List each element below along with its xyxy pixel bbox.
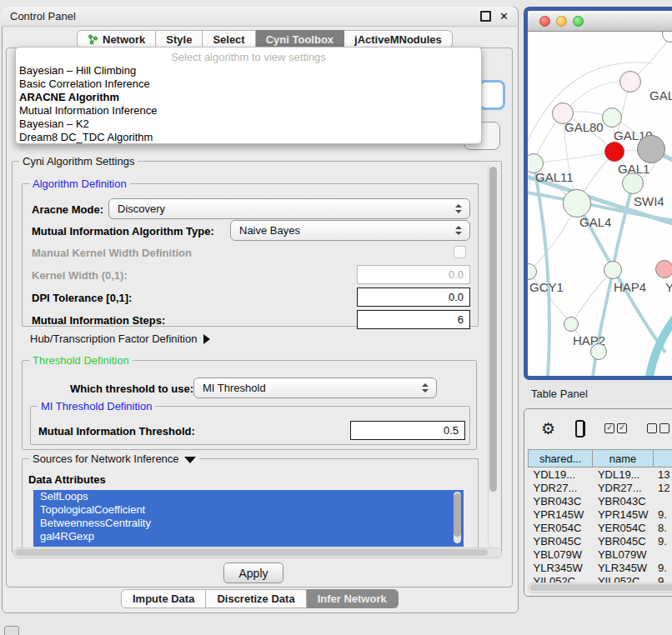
- table-horizontal-scrollbar[interactable]: [528, 582, 672, 593]
- zoom-window-icon[interactable]: [573, 16, 584, 27]
- control-panel-titlebar: Control Panel ✕: [2, 7, 517, 27]
- data-attributes-listbox: SelfLoops TopologicalCoefficient Between…: [33, 490, 464, 547]
- algorithm-dropdown-popup: Select algorithm to view settings Bayesi…: [15, 47, 482, 144]
- column-header-shared[interactable]: shared...: [529, 450, 593, 468]
- mi-threshold-field[interactable]: 0.5: [350, 421, 465, 440]
- hub-definition-label: Hub/Transcription Factor Definition: [30, 332, 197, 345]
- attribute-item[interactable]: SelfLoops: [33, 490, 464, 503]
- kernel-width-field[interactable]: 0.0: [357, 265, 470, 284]
- close-panel-icon[interactable]: ✕: [499, 12, 509, 21]
- table-horizontal-scrollbar-thumb[interactable]: [530, 584, 672, 591]
- tab-impute-data[interactable]: Impute Data: [121, 589, 206, 608]
- tab-discretize-data[interactable]: Discretize Data: [206, 589, 306, 608]
- apply-button-label: Apply: [238, 567, 268, 580]
- network-node-gal4[interactable]: [563, 189, 591, 218]
- threshold-definition-title: Threshold Definition: [29, 354, 133, 367]
- network-node-gray[interactable]: [637, 135, 665, 163]
- network-canvas[interactable]: GAL GAL80 GAL10 GAL1 GAL11 SWI4 GAL4 GCY…: [528, 32, 672, 377]
- settings-horizontal-scrollbar-thumb[interactable]: [16, 549, 488, 556]
- mi-steps-value: 6: [458, 313, 464, 326]
- network-node-hap2[interactable]: [564, 317, 579, 332]
- tab-discretize-data-label: Discretize Data: [217, 592, 294, 605]
- close-window-icon[interactable]: [539, 16, 550, 27]
- node-label: GAL4: [579, 215, 611, 229]
- table-panel-toolbar: ⚙ ✓✓: [524, 409, 672, 448]
- table-row[interactable]: YDR27...YDR27...12: [529, 481, 672, 494]
- columns-icon[interactable]: [575, 420, 584, 438]
- select-all-checkboxes-icon[interactable]: ✓✓: [604, 423, 627, 433]
- collapsed-panel-icon[interactable]: [4, 626, 19, 635]
- screenshot-root: Control Panel ✕ Network Style Select: [0, 0, 672, 635]
- kernel-width-label: Kernel Width (0,1):: [32, 269, 128, 282]
- network-node-gal2[interactable]: [619, 71, 641, 92]
- algorithm-option[interactable]: Basic Correlation Inference: [16, 78, 481, 91]
- table-row[interactable]: YBL079WYBL079W: [529, 548, 672, 561]
- aracne-mode-combobox[interactable]: Discovery: [108, 198, 470, 219]
- attribute-item[interactable]: TopologicalCoefficient: [33, 503, 464, 517]
- minimize-window-icon[interactable]: [556, 16, 567, 27]
- table-row[interactable]: YBR043CYBR043C: [529, 494, 672, 508]
- table-header-row: shared... name: [529, 450, 672, 468]
- which-threshold-combobox[interactable]: MI Threshold: [193, 378, 437, 398]
- manual-kernel-checkbox[interactable]: [454, 246, 466, 258]
- tab-style-label: Style: [166, 33, 192, 46]
- settings-vertical-scrollbar-thumb[interactable]: [489, 167, 497, 492]
- expand-arrow-icon: [203, 334, 210, 344]
- table-panel-window: ⚙ ✓✓ shared... name YDL19...YDL19...13 Y…: [524, 408, 672, 597]
- network-node-hap4[interactable]: [604, 261, 622, 279]
- table-row[interactable]: YLR345WYLR345W9.: [529, 561, 672, 574]
- settings-horizontal-scrollbar[interactable]: [13, 548, 502, 558]
- algorithm-option[interactable]: Bayesian – Hill Climbing: [16, 64, 481, 78]
- node-label: Y: [665, 280, 672, 294]
- combo-spinner-icon: [422, 383, 429, 392]
- mi-steps-label: Mutual Information Steps:: [32, 314, 165, 327]
- column-header-name[interactable]: name: [593, 450, 653, 468]
- cyni-algorithm-settings-title: Cyni Algorithm Settings: [19, 155, 138, 168]
- node-label: GAL: [649, 88, 672, 102]
- tab-impute-data-label: Impute Data: [133, 592, 194, 605]
- float-window-icon[interactable]: [480, 11, 491, 22]
- mi-threshold-group-title: MI Threshold Definition: [38, 400, 155, 412]
- settings-vertical-scrollbar[interactable]: [488, 163, 499, 547]
- listbox-scrollbar[interactable]: [454, 492, 461, 543]
- deselect-all-checkboxes-icon[interactable]: [647, 423, 669, 433]
- table-row[interactable]: YDL19...YDL19...13: [529, 468, 672, 482]
- algorithm-option[interactable]: Bayesian – K2: [16, 118, 481, 131]
- mi-threshold-label: Mutual Information Threshold:: [38, 425, 195, 438]
- tab-cyni-toolbox-label: Cyni Toolbox: [266, 33, 333, 46]
- tab-cyni-toolbox[interactable]: Cyni Toolbox: [256, 30, 344, 48]
- network-node[interactable]: [590, 343, 607, 360]
- attribute-item[interactable]: gal4RGexp: [33, 530, 464, 543]
- network-node-gal1[interactable]: [604, 142, 624, 162]
- algorithm-option[interactable]: Mutual Information Inference: [16, 104, 481, 118]
- table-row[interactable]: YPR145WYPR145W9.: [529, 508, 672, 521]
- tab-network[interactable]: Network: [77, 30, 156, 48]
- tab-infer-network[interactable]: Infer Network: [307, 589, 399, 608]
- node-label: GAL11: [535, 170, 574, 184]
- network-node-gal10[interactable]: [602, 108, 622, 128]
- tab-jactivemnodules[interactable]: jActiveMNodules: [344, 30, 453, 48]
- network-node-swi4[interactable]: [622, 172, 644, 194]
- manual-kernel-label: Manual Kernel Width Definition: [32, 247, 192, 259]
- network-node-pink[interactable]: [655, 260, 672, 278]
- gear-icon[interactable]: ⚙: [541, 421, 555, 437]
- table-row[interactable]: YBR045CYBR045C9.: [529, 534, 672, 548]
- algorithm-option[interactable]: Dream8 DC_TDC Algorithm: [16, 131, 481, 144]
- apply-button[interactable]: Apply: [223, 562, 283, 583]
- tab-select[interactable]: Select: [203, 30, 255, 48]
- tab-style[interactable]: Style: [156, 30, 203, 48]
- hub-definition-toggle[interactable]: Hub/Transcription Factor Definition: [30, 332, 210, 345]
- data-attributes-label: Data Attributes: [28, 473, 106, 486]
- algorithm-option-selected[interactable]: ARACNE Algorithm: [16, 91, 481, 104]
- network-window-titlebar[interactable]: [528, 11, 672, 32]
- mi-type-combobox[interactable]: Naive Bayes: [230, 220, 470, 241]
- dpi-tolerance-value: 0.0: [449, 291, 464, 303]
- attribute-item[interactable]: BetweennessCentrality: [33, 517, 464, 530]
- column-header-partial[interactable]: [653, 450, 672, 468]
- mi-type-label: Mutual Information Algorithm Type:: [32, 225, 214, 238]
- listbox-scrollbar-thumb[interactable]: [454, 493, 461, 537]
- mi-steps-field[interactable]: 6: [357, 310, 470, 329]
- tab-infer-network-label: Infer Network: [318, 592, 387, 605]
- table-row[interactable]: YER054CYER054C8.: [529, 521, 672, 534]
- dpi-tolerance-field[interactable]: 0.0: [357, 288, 470, 307]
